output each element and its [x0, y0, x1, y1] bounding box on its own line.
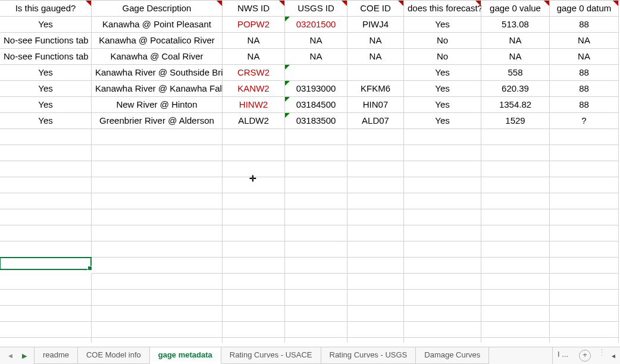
data-cell[interactable]: 88: [550, 65, 619, 81]
data-cell[interactable]: Yes: [404, 97, 481, 113]
empty-cell[interactable]: [285, 306, 347, 322]
empty-cell[interactable]: [347, 306, 404, 322]
empty-cell[interactable]: [285, 290, 347, 306]
data-cell[interactable]: No-see Functions tab: [0, 33, 92, 49]
empty-cell[interactable]: [0, 290, 92, 306]
data-cell[interactable]: 88: [550, 17, 619, 33]
empty-cell[interactable]: [404, 177, 481, 193]
empty-cell[interactable]: [223, 177, 285, 193]
tab-nav-next-icon[interactable]: ▶: [22, 352, 27, 360]
empty-cell[interactable]: [285, 274, 347, 290]
empty-cell[interactable]: [481, 258, 550, 274]
empty-cell[interactable]: [285, 177, 347, 193]
empty-cell[interactable]: [404, 258, 481, 274]
data-cell[interactable]: 1354.82: [481, 97, 550, 113]
column-header[interactable]: NWS ID: [223, 1, 285, 17]
data-cell[interactable]: No-see Functions tab: [0, 49, 92, 65]
empty-cell[interactable]: [550, 241, 619, 258]
data-cell[interactable]: NA: [347, 49, 404, 65]
data-cell[interactable]: Yes: [404, 65, 481, 81]
empty-cell[interactable]: [223, 241, 285, 258]
sheet-tab[interactable]: gage metadata: [149, 347, 221, 364]
data-cell[interactable]: Kanawha @ Coal River: [92, 49, 223, 65]
column-header[interactable]: gage 0 datum: [550, 1, 619, 17]
data-cell[interactable]: KANW2: [223, 81, 285, 97]
column-header[interactable]: USGS ID: [285, 1, 347, 17]
empty-cell[interactable]: [285, 225, 347, 241]
data-cell[interactable]: HINW2: [223, 97, 285, 113]
empty-cell[interactable]: [550, 258, 619, 274]
data-cell[interactable]: Yes: [0, 113, 92, 129]
empty-cell[interactable]: [404, 241, 481, 258]
empty-cell[interactable]: [550, 225, 619, 241]
empty-cell[interactable]: [285, 129, 347, 145]
empty-cell[interactable]: [92, 258, 223, 274]
empty-cell[interactable]: [223, 209, 285, 225]
data-cell[interactable]: Yes: [0, 65, 92, 81]
empty-cell[interactable]: [404, 145, 481, 161]
empty-cell[interactable]: [404, 209, 481, 225]
empty-cell[interactable]: [285, 193, 347, 209]
empty-cell[interactable]: [92, 274, 223, 290]
sheet-tab[interactable]: readme: [35, 347, 78, 364]
data-cell[interactable]: NA: [550, 33, 619, 49]
empty-cell[interactable]: [92, 145, 223, 161]
data-cell[interactable]: Kanawha River @ Kanawha Falls: [92, 81, 223, 97]
data-cell[interactable]: NA: [481, 33, 550, 49]
empty-cell[interactable]: [347, 322, 404, 338]
data-cell[interactable]: New River @ Hinton: [92, 97, 223, 113]
empty-cell[interactable]: [550, 306, 619, 322]
empty-cell[interactable]: [347, 161, 404, 177]
empty-cell[interactable]: [92, 129, 223, 145]
empty-cell[interactable]: [481, 209, 550, 225]
data-cell[interactable]: Yes: [0, 81, 92, 97]
column-header[interactable]: Gage Description: [92, 1, 223, 17]
empty-cell[interactable]: [347, 241, 404, 258]
empty-cell[interactable]: [347, 225, 404, 241]
data-cell[interactable]: 513.08: [481, 17, 550, 33]
tab-overflow-label[interactable]: I ...: [552, 347, 573, 364]
data-cell[interactable]: NA: [223, 49, 285, 65]
empty-cell[interactable]: [404, 161, 481, 177]
empty-cell[interactable]: [347, 209, 404, 225]
empty-cell[interactable]: [92, 322, 223, 338]
data-cell[interactable]: NA: [285, 49, 347, 65]
data-cell[interactable]: NA: [285, 33, 347, 49]
data-cell[interactable]: 558: [481, 65, 550, 81]
empty-cell[interactable]: [223, 129, 285, 145]
empty-cell[interactable]: [0, 322, 92, 338]
sheet-tab[interactable]: Damage Curves: [415, 347, 489, 364]
empty-cell[interactable]: [550, 177, 619, 193]
data-cell[interactable]: Yes: [0, 17, 92, 33]
empty-cell[interactable]: [550, 129, 619, 145]
empty-cell[interactable]: [347, 145, 404, 161]
data-cell[interactable]: POPW2: [223, 17, 285, 33]
empty-cell[interactable]: [285, 209, 347, 225]
tab-scroll-left-icon[interactable]: ◄: [609, 352, 618, 360]
empty-cell[interactable]: [481, 274, 550, 290]
empty-cell[interactable]: [0, 225, 92, 241]
data-cell[interactable]: NA: [481, 49, 550, 65]
empty-cell[interactable]: [285, 145, 347, 161]
data-cell[interactable]: NA: [550, 49, 619, 65]
data-cell[interactable]: ?: [550, 113, 619, 129]
data-cell[interactable]: 1529: [481, 113, 550, 129]
selected-cell[interactable]: [0, 257, 92, 270]
empty-cell[interactable]: [481, 129, 550, 145]
data-cell[interactable]: 03183500: [285, 113, 347, 129]
spreadsheet-grid[interactable]: Is this gauged?Gage DescriptionNWS IDUSG…: [0, 0, 620, 343]
empty-cell[interactable]: [223, 290, 285, 306]
empty-cell[interactable]: [223, 322, 285, 338]
empty-cell[interactable]: [404, 322, 481, 338]
data-cell[interactable]: Yes: [404, 81, 481, 97]
empty-cell[interactable]: [550, 290, 619, 306]
data-cell[interactable]: 03193000: [285, 81, 347, 97]
empty-cell[interactable]: [550, 161, 619, 177]
empty-cell[interactable]: [285, 338, 347, 343]
empty-cell[interactable]: [223, 274, 285, 290]
data-cell[interactable]: NA: [223, 33, 285, 49]
data-cell[interactable]: 03184500: [285, 97, 347, 113]
empty-cell[interactable]: [404, 225, 481, 241]
empty-cell[interactable]: [92, 290, 223, 306]
empty-cell[interactable]: [550, 322, 619, 338]
